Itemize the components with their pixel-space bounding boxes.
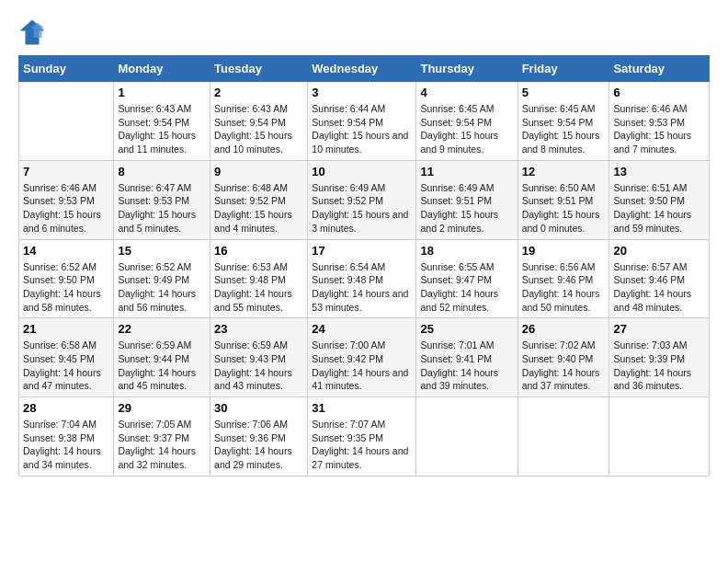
calendar-week-row: 21 Sunrise: 6:58 AM Sunset: 9:45 PM Dayl…: [19, 318, 710, 397]
sunrise-text: Sunrise: 6:44 AM: [312, 103, 385, 114]
calendar-cell: 13 Sunrise: 6:51 AM Sunset: 9:50 PM Dayl…: [609, 160, 710, 239]
logo-icon: [18, 18, 46, 46]
daylight-text: Daylight: 15 hours and 6 minutes.: [23, 209, 101, 234]
calendar-cell: 15 Sunrise: 6:52 AM Sunset: 9:49 PM Dayl…: [114, 239, 210, 318]
calendar-cell: 9 Sunrise: 6:48 AM Sunset: 9:52 PM Dayli…: [210, 160, 308, 239]
calendar-week-row: 28 Sunrise: 7:04 AM Sunset: 9:38 PM Dayl…: [19, 397, 710, 477]
day-info: Sunrise: 7:06 AM Sunset: 9:36 PM Dayligh…: [214, 418, 303, 472]
sunset-text: Sunset: 9:38 PM: [23, 432, 95, 443]
day-info: Sunrise: 7:03 AM Sunset: 9:39 PM Dayligh…: [613, 339, 705, 393]
day-number: 24: [312, 322, 412, 336]
sunrise-text: Sunrise: 6:51 AM: [613, 182, 687, 193]
sunrise-text: Sunrise: 6:59 AM: [118, 339, 191, 350]
calendar-cell: 8 Sunrise: 6:47 AM Sunset: 9:53 PM Dayli…: [114, 160, 210, 239]
calendar-week-row: 1 Sunrise: 6:43 AM Sunset: 9:54 PM Dayli…: [19, 82, 710, 161]
day-info: Sunrise: 7:05 AM Sunset: 9:37 PM Dayligh…: [118, 418, 206, 472]
calendar-cell: 20 Sunrise: 6:57 AM Sunset: 9:46 PM Dayl…: [609, 239, 710, 318]
calendar-cell: 29 Sunrise: 7:05 AM Sunset: 9:37 PM Dayl…: [114, 397, 210, 477]
day-info: Sunrise: 7:02 AM Sunset: 9:40 PM Dayligh…: [522, 339, 606, 393]
page-header: [18, 18, 710, 46]
day-number: 3: [312, 86, 412, 99]
day-number: 11: [420, 165, 513, 178]
day-info: Sunrise: 7:01 AM Sunset: 9:41 PM Dayligh…: [420, 339, 513, 393]
day-info: Sunrise: 6:50 AM Sunset: 9:51 PM Dayligh…: [522, 181, 606, 236]
day-info: Sunrise: 7:00 AM Sunset: 9:42 PM Dayligh…: [312, 339, 412, 393]
calendar-cell: 5 Sunrise: 6:45 AM Sunset: 9:54 PM Dayli…: [518, 82, 609, 161]
calendar-cell: 26 Sunrise: 7:02 AM Sunset: 9:40 PM Dayl…: [518, 318, 609, 397]
calendar-cell: 1 Sunrise: 6:43 AM Sunset: 9:54 PM Dayli…: [114, 82, 210, 161]
day-number: 2: [214, 86, 303, 99]
day-number: 21: [23, 322, 109, 336]
sunset-text: Sunset: 9:54 PM: [118, 117, 189, 128]
day-info: Sunrise: 6:48 AM Sunset: 9:52 PM Dayligh…: [214, 181, 303, 236]
sunrise-text: Sunrise: 6:45 AM: [420, 103, 494, 114]
sunrise-text: Sunrise: 6:58 AM: [23, 339, 97, 350]
day-number: 30: [214, 401, 303, 415]
sunset-text: Sunset: 9:46 PM: [613, 274, 685, 285]
sunset-text: Sunset: 9:52 PM: [312, 195, 383, 206]
sunrise-text: Sunrise: 6:48 AM: [214, 182, 288, 193]
sunset-text: Sunset: 9:46 PM: [522, 274, 594, 285]
day-number: 12: [522, 165, 606, 178]
sunset-text: Sunset: 9:52 PM: [214, 195, 286, 206]
sunrise-text: Sunrise: 7:05 AM: [118, 419, 191, 430]
calendar-cell: 18 Sunrise: 6:55 AM Sunset: 9:47 PM Dayl…: [416, 239, 518, 318]
daylight-text: Daylight: 14 hours and 55 minutes.: [214, 288, 292, 313]
day-info: Sunrise: 6:49 AM Sunset: 9:51 PM Dayligh…: [420, 181, 513, 236]
calendar-cell: 24 Sunrise: 7:00 AM Sunset: 9:42 PM Dayl…: [308, 318, 416, 397]
daylight-text: Daylight: 14 hours and 48 minutes.: [613, 288, 691, 313]
calendar-cell: 31 Sunrise: 7:07 AM Sunset: 9:35 PM Dayl…: [308, 397, 416, 477]
daylight-text: Daylight: 14 hours and 41 minutes.: [312, 367, 408, 392]
sunset-text: Sunset: 9:49 PM: [118, 274, 189, 285]
sunset-text: Sunset: 9:40 PM: [522, 353, 594, 364]
logo: [18, 18, 50, 46]
calendar-cell: 21 Sunrise: 6:58 AM Sunset: 9:45 PM Dayl…: [19, 318, 114, 397]
daylight-text: Daylight: 15 hours and 9 minutes.: [420, 130, 498, 155]
calendar-cell: 19 Sunrise: 6:56 AM Sunset: 9:46 PM Dayl…: [518, 239, 609, 318]
day-number: 20: [613, 244, 705, 258]
calendar-cell: 12 Sunrise: 6:50 AM Sunset: 9:51 PM Dayl…: [518, 160, 609, 239]
day-info: Sunrise: 6:52 AM Sunset: 9:49 PM Dayligh…: [118, 260, 206, 315]
day-number: 27: [613, 322, 705, 336]
daylight-text: Daylight: 14 hours and 32 minutes.: [118, 445, 196, 470]
daylight-text: Daylight: 14 hours and 34 minutes.: [23, 445, 101, 470]
sunrise-text: Sunrise: 6:52 AM: [118, 261, 191, 272]
sunrise-text: Sunrise: 7:01 AM: [420, 339, 494, 350]
daylight-text: Daylight: 14 hours and 59 minutes.: [613, 209, 691, 234]
sunset-text: Sunset: 9:54 PM: [214, 117, 286, 128]
daylight-text: Daylight: 14 hours and 53 minutes.: [312, 288, 408, 313]
calendar-cell: 4 Sunrise: 6:45 AM Sunset: 9:54 PM Dayli…: [416, 82, 518, 161]
calendar-table: SundayMondayTuesdayWednesdayThursdayFrid…: [18, 55, 710, 477]
sunset-text: Sunset: 9:53 PM: [23, 195, 95, 206]
day-info: Sunrise: 6:52 AM Sunset: 9:50 PM Dayligh…: [23, 260, 109, 315]
daylight-text: Daylight: 15 hours and 10 minutes.: [312, 130, 408, 155]
daylight-text: Daylight: 14 hours and 37 minutes.: [522, 367, 600, 392]
sunset-text: Sunset: 9:48 PM: [214, 274, 286, 285]
day-number: 6: [613, 86, 705, 99]
sunset-text: Sunset: 9:35 PM: [312, 432, 383, 443]
day-number: 28: [23, 401, 109, 415]
daylight-text: Daylight: 14 hours and 56 minutes.: [118, 288, 196, 313]
day-number: 31: [312, 401, 412, 415]
calendar-cell: 11 Sunrise: 6:49 AM Sunset: 9:51 PM Dayl…: [416, 160, 518, 239]
sunset-text: Sunset: 9:50 PM: [23, 274, 95, 285]
daylight-text: Daylight: 14 hours and 47 minutes.: [23, 367, 101, 392]
sunset-text: Sunset: 9:41 PM: [420, 353, 492, 364]
day-number: 8: [118, 165, 206, 178]
sunrise-text: Sunrise: 7:06 AM: [214, 419, 288, 430]
daylight-text: Daylight: 15 hours and 8 minutes.: [522, 130, 600, 155]
day-number: 23: [214, 322, 303, 336]
sunrise-text: Sunrise: 6:50 AM: [522, 182, 596, 193]
day-info: Sunrise: 6:51 AM Sunset: 9:50 PM Dayligh…: [613, 181, 705, 236]
calendar-cell: 25 Sunrise: 7:01 AM Sunset: 9:41 PM Dayl…: [416, 318, 518, 397]
daylight-text: Daylight: 14 hours and 58 minutes.: [23, 288, 101, 313]
calendar-cell: [609, 397, 710, 477]
calendar-cell: 16 Sunrise: 6:53 AM Sunset: 9:48 PM Dayl…: [210, 239, 308, 318]
header-cell-friday: Friday: [518, 56, 609, 82]
daylight-text: Daylight: 15 hours and 11 minutes.: [118, 130, 196, 155]
day-info: Sunrise: 6:45 AM Sunset: 9:54 PM Dayligh…: [522, 102, 606, 156]
sunrise-text: Sunrise: 6:45 AM: [522, 103, 596, 114]
sunset-text: Sunset: 9:51 PM: [522, 195, 594, 206]
sunset-text: Sunset: 9:47 PM: [420, 274, 492, 285]
header-cell-sunday: Sunday: [19, 56, 114, 82]
